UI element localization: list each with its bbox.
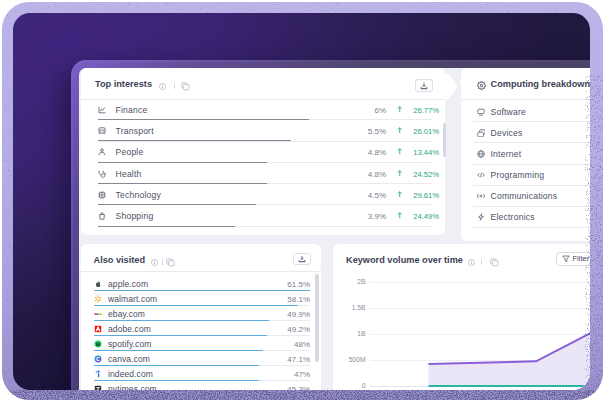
svg-text:C: C — [96, 356, 100, 362]
